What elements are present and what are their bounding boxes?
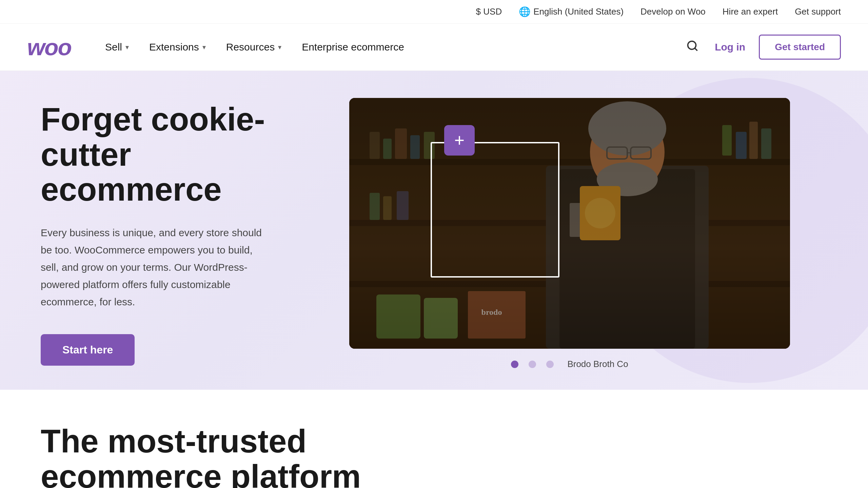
get-support-link[interactable]: Get support	[795, 6, 841, 17]
hero-image-area: brodo +	[298, 98, 841, 369]
nav-links: Sell ▾ Extensions ▾ Resources ▾ Enterpri…	[105, 41, 663, 53]
develop-on-woo-link[interactable]: Develop on Woo	[640, 6, 706, 17]
resources-chevron-icon: ▾	[278, 43, 281, 51]
globe-icon: 🌐	[519, 6, 531, 17]
svg-rect-33	[349, 98, 790, 349]
carousel-caption: Brodo Broth Co	[567, 359, 628, 369]
carousel-dot-1[interactable]	[511, 361, 518, 368]
top-bar: $ USD 🌐 English (United States) Develop …	[0, 0, 868, 24]
hero-image-container: brodo +	[349, 98, 790, 349]
svg-line-1	[695, 48, 697, 50]
main-nav: woo Sell ▾ Extensions ▾ Resources ▾ Ente…	[0, 24, 868, 71]
nav-link-resources[interactable]: Resources ▾	[226, 41, 281, 53]
extensions-chevron-icon: ▾	[202, 43, 206, 51]
add-product-icon[interactable]: +	[444, 125, 475, 156]
bottom-title: The most-trusted ecommerce platform	[41, 424, 827, 488]
get-started-button[interactable]: Get started	[759, 35, 841, 60]
carousel-dot-3[interactable]	[546, 361, 554, 368]
search-button[interactable]	[684, 37, 701, 58]
nav-link-enterprise[interactable]: Enterprise ecommerce	[302, 41, 404, 53]
woo-logo[interactable]: woo	[27, 34, 71, 60]
nav-actions: Log in Get started	[684, 35, 841, 60]
start-here-button[interactable]: Start here	[41, 334, 135, 366]
language-selector[interactable]: 🌐 English (United States)	[519, 6, 624, 17]
hire-expert-link[interactable]: Hire an expert	[723, 6, 778, 17]
hero-section: Forget cookie-cutter ecommerce Every bus…	[0, 71, 868, 390]
carousel-area: Brodo Broth Co	[511, 359, 628, 369]
hero-content: Forget cookie-cutter ecommerce Every bus…	[41, 102, 278, 366]
bottom-section: The most-trusted ecommerce platform	[0, 390, 868, 488]
sell-chevron-icon: ▾	[125, 43, 129, 51]
product-selection-overlay	[431, 142, 559, 278]
nav-link-sell[interactable]: Sell ▾	[105, 41, 129, 53]
shelf-background: brodo +	[349, 98, 790, 349]
currency-selector[interactable]: $ USD	[476, 6, 502, 17]
login-button[interactable]: Log in	[715, 41, 745, 53]
hero-title: Forget cookie-cutter ecommerce	[41, 102, 278, 207]
carousel-dot-2[interactable]	[529, 361, 536, 368]
nav-link-extensions[interactable]: Extensions ▾	[149, 41, 206, 53]
hero-subtitle: Every business is unique, and every stor…	[41, 224, 264, 310]
